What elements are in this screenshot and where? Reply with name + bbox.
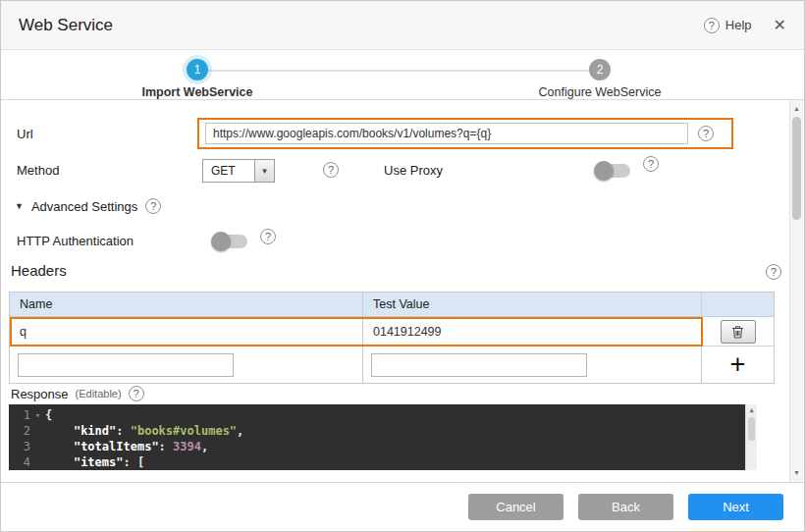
help-icon[interactable]: ? bbox=[698, 126, 714, 141]
help-label: Help bbox=[725, 18, 752, 32]
row-actions-cell: + bbox=[702, 346, 774, 383]
editor-scrollbar[interactable]: ▲ bbox=[745, 404, 757, 470]
footer: Cancel Back Next bbox=[1, 482, 804, 531]
step-import-webservice[interactable]: 1 Import WebService bbox=[119, 59, 276, 99]
editor-scroll-up-arrow[interactable]: ▲ bbox=[746, 405, 757, 415]
http-auth-label: HTTP Authentication bbox=[17, 234, 134, 248]
stepper: 1 Import WebService 2 Configure WebServi… bbox=[1, 50, 804, 100]
url-input[interactable] bbox=[205, 123, 688, 144]
add-header-button[interactable]: + bbox=[730, 351, 746, 378]
help-icon[interactable]: ? bbox=[643, 156, 659, 172]
new-header-name-input[interactable] bbox=[18, 353, 234, 377]
titlebar-actions: ? Help ✕ bbox=[704, 16, 786, 34]
column-header-test-value: Test Value bbox=[363, 293, 702, 316]
help-icon[interactable]: ? bbox=[145, 198, 161, 214]
response-label: Response bbox=[11, 387, 69, 401]
close-icon[interactable]: ✕ bbox=[774, 16, 786, 34]
url-label: Url bbox=[17, 127, 33, 141]
headers-section-title: Headers bbox=[11, 262, 67, 279]
help-icon: ? bbox=[704, 18, 720, 33]
table-row: + bbox=[10, 346, 774, 383]
chevron-down-icon: ▾ bbox=[254, 160, 274, 182]
scroll-down-arrow[interactable]: ▼ bbox=[790, 467, 803, 479]
method-selected-value: GET bbox=[203, 164, 254, 178]
code-line: 1▾{ bbox=[9, 407, 757, 423]
titlebar: Web Service ? Help ✕ bbox=[1, 1, 804, 50]
delete-header-button[interactable] bbox=[721, 320, 756, 344]
code-line: 2 "kind": "books#volumes", bbox=[9, 423, 757, 439]
advanced-settings-label: Advanced Settings bbox=[31, 199, 137, 214]
vertical-scrollbar[interactable]: ▲ ▼ bbox=[789, 100, 803, 482]
method-label: Method bbox=[17, 163, 59, 178]
header-test-value-cell[interactable]: 0141912499 bbox=[363, 317, 702, 346]
response-editor[interactable]: 1▾{2 "kind": "books#volumes",3 "totalIte… bbox=[9, 404, 757, 470]
back-button[interactable]: Back bbox=[578, 494, 673, 520]
step-configure-webservice[interactable]: 2 Configure WebService bbox=[521, 59, 678, 99]
step-2-label: Configure WebService bbox=[521, 85, 678, 99]
step-1-circle: 1 bbox=[187, 59, 208, 80]
code-line: 3 "totalItems": 3394, bbox=[9, 439, 757, 454]
new-header-value-input[interactable] bbox=[371, 353, 587, 377]
scroll-thumb[interactable] bbox=[792, 117, 801, 220]
table-header-row: Name Test Value bbox=[10, 293, 774, 317]
use-proxy-toggle[interactable] bbox=[596, 164, 630, 178]
step-2-circle: 2 bbox=[589, 59, 611, 80]
window-title: Web Service bbox=[19, 16, 113, 35]
help-icon[interactable]: ? bbox=[323, 162, 339, 178]
column-header-actions bbox=[702, 293, 774, 316]
method-select[interactable]: GET ▾ bbox=[202, 159, 275, 183]
new-header-name bbox=[10, 346, 363, 383]
help-button[interactable]: ? Help bbox=[704, 18, 752, 33]
help-icon[interactable]: ? bbox=[260, 229, 276, 244]
column-header-name: Name bbox=[10, 293, 363, 316]
response-editable-suffix: (Editable) bbox=[76, 388, 122, 399]
cancel-button[interactable]: Cancel bbox=[468, 494, 564, 520]
headers-table: Name Test Value q 0141912499 + bbox=[9, 292, 775, 384]
toggle-knob bbox=[594, 161, 614, 181]
advanced-settings-toggle[interactable]: ▼ Advanced Settings ? bbox=[15, 198, 161, 214]
header-name-cell[interactable]: q bbox=[10, 317, 363, 346]
http-auth-toggle[interactable] bbox=[213, 235, 247, 248]
url-field-highlight: ? bbox=[197, 118, 733, 149]
editor-scroll-thumb[interactable] bbox=[748, 417, 755, 441]
step-1-label: Import WebService bbox=[119, 85, 276, 99]
scroll-up-arrow[interactable]: ▲ bbox=[790, 103, 803, 115]
new-header-value bbox=[363, 346, 702, 383]
toggle-knob bbox=[211, 232, 231, 251]
next-button[interactable]: Next bbox=[688, 494, 783, 520]
code-line: 4 "items": [ bbox=[9, 454, 757, 470]
row-actions-cell bbox=[702, 317, 774, 346]
use-proxy-label: Use Proxy bbox=[384, 163, 443, 178]
table-row: q 0141912499 bbox=[10, 317, 774, 346]
code-lines: 1▾{2 "kind": "books#volumes",3 "totalIte… bbox=[9, 407, 757, 470]
help-icon[interactable]: ? bbox=[129, 386, 144, 401]
trash-icon bbox=[731, 325, 744, 339]
help-icon[interactable]: ? bbox=[766, 264, 781, 280]
collapse-arrow-icon: ▼ bbox=[15, 201, 24, 211]
response-label-row: Response (Editable) ? bbox=[11, 386, 144, 401]
